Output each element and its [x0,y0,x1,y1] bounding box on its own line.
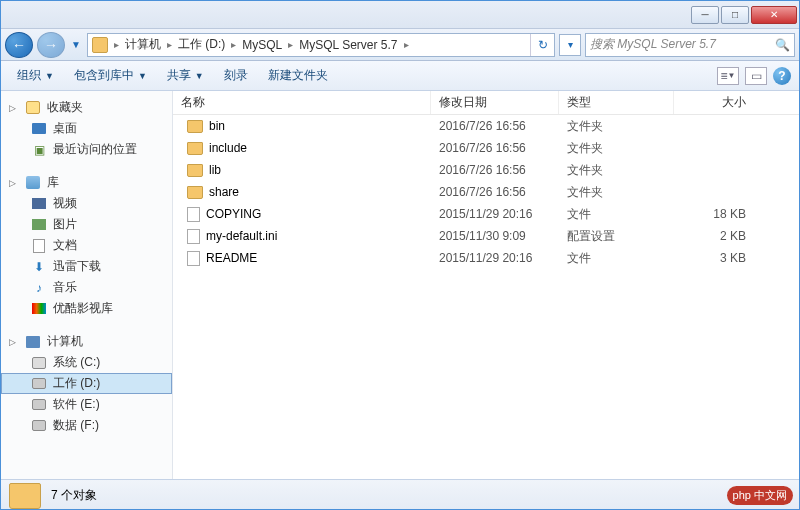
organize-button[interactable]: 组织▼ [9,63,62,88]
history-dropdown-icon[interactable]: ▼ [69,39,83,50]
col-type[interactable]: 类型 [559,91,674,114]
view-options-button[interactable]: ≡ ▼ [717,67,739,85]
sidebar-item-drive-f[interactable]: 数据 (F:) [1,415,172,436]
share-button[interactable]: 共享▼ [159,63,212,88]
forward-button[interactable]: → [37,32,65,58]
file-type: 文件夹 [559,140,674,157]
search-placeholder: 搜索 MySQL Server 5.7 [590,36,716,53]
refresh-button[interactable]: ↻ [530,34,554,56]
youku-icon [32,303,46,314]
music-icon: ♪ [31,280,47,296]
col-size[interactable]: 大小 [674,91,754,114]
sidebar-item-pictures[interactable]: 图片 [1,214,172,235]
file-row[interactable]: share2016/7/26 16:56文件夹 [173,181,799,203]
file-name: include [209,141,247,155]
drive-icon [32,357,46,369]
back-button[interactable]: ← [5,32,33,58]
toolbar: 组织▼ 包含到库中▼ 共享▼ 刻录 新建文件夹 ≡ ▼ ▭ ? [1,61,799,91]
file-name: lib [209,163,221,177]
file-row[interactable]: lib2016/7/26 16:56文件夹 [173,159,799,181]
burn-button[interactable]: 刻录 [216,63,256,88]
chevron-right-icon[interactable]: ▸ [402,39,411,50]
navigation-pane: ▷收藏夹 桌面 ▣最近访问的位置 ▷库 视频 图片 文档 ⬇迅雷下载 ♪音乐 优… [1,91,173,479]
chevron-right-icon[interactable]: ▸ [229,39,238,50]
file-date: 2015/11/30 9:09 [431,229,559,243]
file-row[interactable]: my-default.ini2015/11/30 9:09配置设置2 KB [173,225,799,247]
file-type: 文件夹 [559,184,674,201]
sidebar-item-documents[interactable]: 文档 [1,235,172,256]
chevron-right-icon[interactable]: ▸ [112,39,121,50]
desktop-icon [32,123,46,134]
video-icon [32,198,46,209]
drive-icon [32,378,46,389]
file-list: 名称 修改日期 类型 大小 bin2016/7/26 16:56文件夹inclu… [173,91,799,479]
crumb-drive-d[interactable]: 工作 (D:) [174,34,229,56]
star-icon [26,101,40,114]
drive-icon [32,399,46,410]
file-row[interactable]: bin2016/7/26 16:56文件夹 [173,115,799,137]
sidebar-item-desktop[interactable]: 桌面 [1,118,172,139]
drive-icon [32,420,46,431]
minimize-button[interactable]: ─ [691,6,719,24]
sidebar-item-drive-d[interactable]: 工作 (D:) [1,373,172,394]
crumb-mysql-server[interactable]: MySQL Server 5.7 [295,34,401,56]
recent-locations-button[interactable]: ▾ [559,34,581,56]
window-controls: ─ □ ✕ [691,6,797,24]
file-row[interactable]: README2015/11/29 20:16文件3 KB [173,247,799,269]
col-name[interactable]: 名称 [173,91,431,114]
file-type: 配置设置 [559,228,674,245]
library-icon [26,176,40,189]
sidebar-item-youku[interactable]: 优酷影视库 [1,298,172,319]
folder-icon [187,164,203,177]
folder-icon [92,37,108,53]
status-text: 7 个对象 [51,487,97,504]
breadcrumb[interactable]: ▸ 计算机 ▸ 工作 (D:) ▸ MySQL ▸ MySQL Server 5… [87,33,555,57]
file-size: 2 KB [674,229,754,243]
computer-group[interactable]: ▷计算机 [1,331,172,352]
sidebar-item-music[interactable]: ♪音乐 [1,277,172,298]
sidebar-item-drive-c[interactable]: 系统 (C:) [1,352,172,373]
maximize-button[interactable]: □ [721,6,749,24]
include-in-library-button[interactable]: 包含到库中▼ [66,63,155,88]
file-date: 2016/7/26 16:56 [431,185,559,199]
file-row[interactable]: include2016/7/26 16:56文件夹 [173,137,799,159]
new-folder-button[interactable]: 新建文件夹 [260,63,336,88]
chevron-right-icon[interactable]: ▸ [286,39,295,50]
favorites-group[interactable]: ▷收藏夹 [1,97,172,118]
folder-icon [187,186,203,199]
file-type: 文件 [559,206,674,223]
file-size: 3 KB [674,251,754,265]
sidebar-item-videos[interactable]: 视频 [1,193,172,214]
sidebar-item-recent[interactable]: ▣最近访问的位置 [1,139,172,160]
file-date: 2016/7/26 16:56 [431,141,559,155]
chevron-right-icon[interactable]: ▸ [165,39,174,50]
file-row[interactable]: COPYING2015/11/29 20:16文件18 KB [173,203,799,225]
search-icon[interactable]: 🔍 [775,38,790,52]
collapse-icon[interactable]: ▷ [9,103,19,113]
sidebar-item-drive-e[interactable]: 软件 (E:) [1,394,172,415]
file-type: 文件夹 [559,162,674,179]
file-date: 2016/7/26 16:56 [431,119,559,133]
status-bar: 7 个对象 [1,479,799,510]
search-input[interactable]: 搜索 MySQL Server 5.7 🔍 [585,33,795,57]
crumb-computer[interactable]: 计算机 [121,34,165,56]
watermark: php 中文网 [727,486,793,505]
col-date[interactable]: 修改日期 [431,91,559,114]
help-icon[interactable]: ? [773,67,791,85]
file-size: 18 KB [674,207,754,221]
file-name: share [209,185,239,199]
sidebar-item-thunder[interactable]: ⬇迅雷下载 [1,256,172,277]
folder-icon [187,120,203,133]
collapse-icon[interactable]: ▷ [9,337,19,347]
file-type: 文件夹 [559,118,674,135]
column-headers: 名称 修改日期 类型 大小 [173,91,799,115]
libraries-group[interactable]: ▷库 [1,172,172,193]
document-icon [33,239,45,253]
preview-pane-button[interactable]: ▭ [745,67,767,85]
computer-icon [26,336,40,348]
close-button[interactable]: ✕ [751,6,797,24]
recent-icon: ▣ [31,142,47,158]
folder-icon [9,483,41,509]
crumb-mysql[interactable]: MySQL [238,34,286,56]
collapse-icon[interactable]: ▷ [9,178,19,188]
